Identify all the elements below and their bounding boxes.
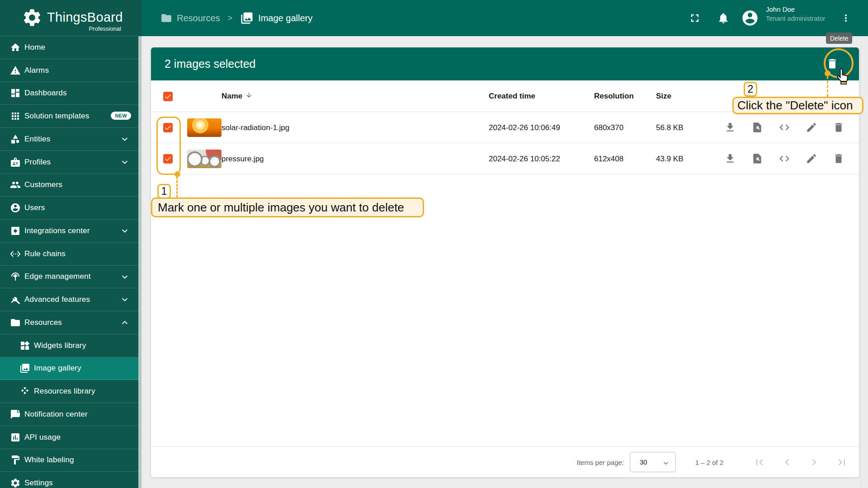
integrations-icon: [10, 225, 21, 236]
resources-library-icon: [19, 386, 30, 397]
brand-name: ThingsBoard: [47, 10, 123, 25]
column-header-resolution[interactable]: Resolution: [594, 80, 634, 112]
solution-templates-icon: [10, 111, 21, 122]
edit-icon[interactable]: [806, 122, 817, 133]
edit-icon[interactable]: [806, 153, 817, 164]
sidebar-item-label: Users: [24, 203, 45, 212]
sidebar-item-dashboards[interactable]: Dashboards: [0, 82, 138, 105]
sidebar-item-alarms[interactable]: Alarms: [0, 59, 138, 82]
items-per-page-label: Items per page:: [549, 447, 624, 477]
sidebar-item-resources[interactable]: Resources: [0, 311, 138, 334]
page-size-select[interactable]: 30: [630, 452, 676, 472]
sidebar-item-white-labeling[interactable]: White labeling: [0, 449, 138, 472]
sidebar-item-widgets-library[interactable]: Widgets library: [0, 334, 138, 357]
sidebar-item-label: Dashboards: [24, 89, 67, 98]
notification-center-icon: [10, 409, 21, 420]
sidebar-item-image-gallery[interactable]: Image gallery: [0, 357, 138, 380]
sort-desc-icon: [245, 91, 253, 101]
image-gallery-icon: [240, 11, 254, 25]
breadcrumb-item-resources[interactable]: Resources: [160, 12, 220, 24]
resolution: 680x370: [594, 112, 623, 143]
last-page-button[interactable]: [832, 452, 852, 472]
sidebar-item-home[interactable]: Home: [0, 36, 138, 59]
file-size: 56.8 KB: [656, 112, 684, 143]
image-thumbnail[interactable]: [187, 150, 222, 168]
first-page-button[interactable]: [750, 452, 769, 472]
column-header-created-time[interactable]: Created time: [489, 80, 535, 112]
entities-icon: [10, 134, 21, 145]
sidebar-item-solution-templates[interactable]: Solution templatesNEW: [0, 105, 138, 128]
user-role: Tenant administrator: [766, 15, 825, 22]
image-name: solar-radiation-1.jpg: [222, 112, 289, 143]
folder-icon: [160, 12, 172, 24]
sidebar-item-api-usage[interactable]: API usage: [0, 426, 138, 449]
delete-icon[interactable]: [833, 122, 844, 133]
chevron-down-icon: [119, 134, 130, 145]
sidebar-item-label: Notification center: [24, 410, 88, 419]
breadcrumb-label: Resources: [177, 13, 220, 23]
more-menu-button[interactable]: [840, 13, 851, 23]
delete-tooltip: Delete: [826, 33, 852, 44]
rule-chains-icon: [10, 249, 21, 259]
created-time: 2024-02-26 10:05:22: [489, 143, 560, 174]
row-checkbox[interactable]: [163, 123, 173, 132]
select-all-checkbox-cell: [163, 80, 173, 112]
folder-icon: [10, 317, 21, 328]
sidebar-item-settings[interactable]: Settings: [0, 472, 138, 488]
embed-code-icon[interactable]: [778, 122, 790, 133]
gauges-thumbnail-image: [187, 150, 222, 168]
export-file-icon[interactable]: [751, 122, 763, 133]
export-file-icon[interactable]: [751, 153, 763, 164]
image-thumbnail[interactable]: [187, 118, 222, 137]
avatar[interactable]: [741, 9, 759, 27]
sidebar-item-label: Rule chains: [24, 249, 66, 258]
sidebar-item-entities[interactable]: Entities: [0, 128, 138, 151]
sidebar-item-advanced-features[interactable]: Advanced features: [0, 288, 138, 311]
sidebar-item-label: Home: [24, 43, 45, 52]
sidebar-scrollbar[interactable]: [138, 36, 142, 488]
select-all-checkbox[interactable]: [163, 92, 173, 101]
delete-selected-button[interactable]: [821, 53, 843, 75]
breadcrumb-item-image-gallery[interactable]: Image gallery: [240, 11, 312, 25]
topbar: Resources>Image gallery John Doe Tenant …: [142, 0, 868, 36]
file-size: 43.9 KB: [656, 143, 684, 174]
download-icon[interactable]: [724, 153, 736, 164]
sidebar-item-resources-library[interactable]: Resources library: [0, 380, 138, 403]
sidebar-item-integrations-center[interactable]: Integrations center: [0, 220, 138, 243]
column-header-name[interactable]: Name: [222, 80, 253, 112]
sidebar-item-label: Settings: [24, 479, 53, 488]
sidebar-item-label: Alarms: [24, 66, 49, 75]
sunset-thumbnail-image: [187, 118, 222, 137]
delete-icon[interactable]: [833, 153, 844, 164]
alarms-icon: [10, 65, 21, 76]
embed-code-icon[interactable]: [778, 153, 790, 164]
app-logo[interactable]: ThingsBoard Professional: [0, 0, 138, 36]
sidebar-item-users[interactable]: Users: [0, 197, 138, 220]
previous-page-button[interactable]: [777, 452, 797, 472]
row-checkbox[interactable]: [163, 154, 173, 164]
column-header-size[interactable]: Size: [656, 80, 671, 112]
page-scrollbar[interactable]: [861, 36, 868, 488]
next-page-button[interactable]: [804, 452, 824, 472]
sidebar-item-profiles[interactable]: Profiles: [0, 151, 138, 174]
sidebar-item-rule-chains[interactable]: Rule chains: [0, 243, 138, 266]
dashboards-icon: [10, 88, 21, 99]
created-time: 2024-02-26 10:06:49: [489, 112, 560, 143]
download-icon[interactable]: [724, 122, 736, 133]
chevron-up-icon: [119, 317, 130, 328]
widgets-icon: [19, 340, 30, 351]
paginator: Items per page: 30 1 – 2 of 2: [151, 446, 859, 477]
table-row-solar-radiation-1-jpg[interactable]: solar-radiation-1.jpg2024-02-26 10:06:49…: [151, 112, 859, 143]
sidebar-item-label: Entities: [24, 135, 50, 144]
image-name: pressure.jpg: [222, 143, 264, 174]
sidebar-item-customers[interactable]: Customers: [0, 174, 138, 197]
table-row-pressure-jpg[interactable]: pressure.jpg2024-02-26 10:05:22612x40843…: [151, 143, 859, 174]
fullscreen-button[interactable]: [689, 12, 701, 24]
sidebar-item-notification-center[interactable]: Notification center: [0, 403, 138, 426]
sidebar-item-label: Solution templates: [24, 112, 89, 121]
breadcrumb-separator: >: [228, 14, 233, 23]
sidebar-item-label: Profiles: [24, 158, 51, 167]
notifications-bell-button[interactable]: [717, 12, 730, 24]
sidebar-item-label: Advanced features: [24, 295, 90, 304]
sidebar-item-edge-management[interactable]: Edge management: [0, 266, 138, 289]
